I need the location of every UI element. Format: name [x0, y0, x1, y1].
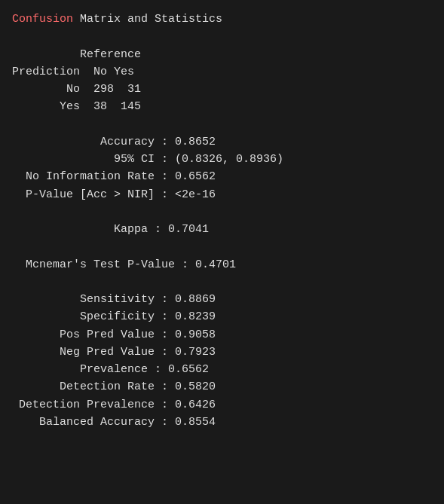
title-confusion-word: Confusion [12, 13, 73, 26]
main-container: Confusion Matrix and Statistics Referenc… [12, 11, 432, 431]
output-display: Confusion Matrix and Statistics Referenc… [12, 11, 432, 431]
title-rest: Matrix and Statistics [73, 13, 222, 26]
